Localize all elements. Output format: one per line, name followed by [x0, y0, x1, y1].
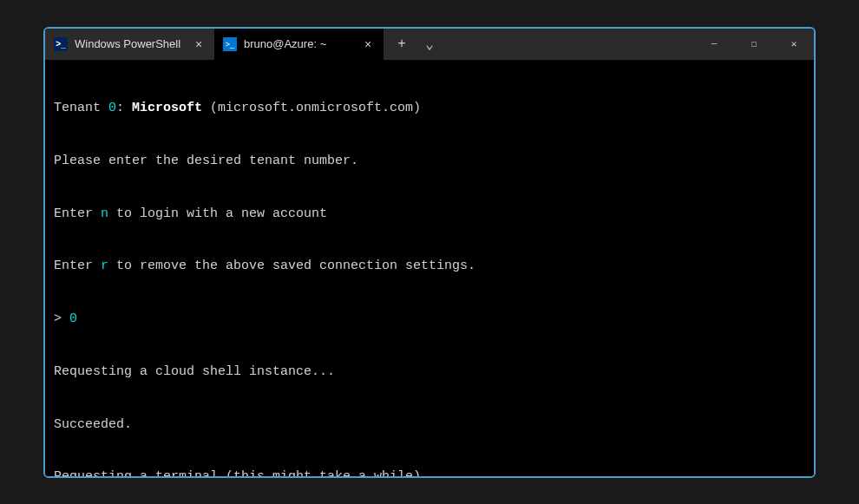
titlebar: >_ Windows PowerShell × >_ bruno@Azure: … — [45, 29, 814, 60]
tab-azure-shell[interactable]: >_ bruno@Azure: ~ × — [214, 29, 384, 60]
close-button[interactable]: ✕ — [774, 29, 814, 60]
tab-dropdown-button[interactable]: ⌄ — [416, 29, 443, 60]
azure-shell-icon: >_ — [223, 37, 237, 51]
minimize-button[interactable]: ─ — [694, 29, 734, 60]
output-line: > 0 — [54, 311, 805, 328]
output-line: Succeeded. — [54, 416, 805, 434]
close-icon[interactable]: × — [192, 37, 206, 51]
output-line: Requesting a cloud shell instance... — [54, 363, 805, 381]
tab-title: Windows PowerShell — [75, 37, 185, 50]
powershell-icon: >_ — [54, 37, 68, 51]
new-tab-button[interactable]: + — [389, 29, 415, 60]
output-line: Please enter the desired tenant number. — [54, 153, 805, 170]
output-line: Tenant 0: Microsoft (microsoft.onmicroso… — [54, 100, 805, 117]
terminal-window: >_ Windows PowerShell × >_ bruno@Azure: … — [43, 27, 816, 478]
output-line: Enter r to remove the above saved connec… — [54, 258, 805, 275]
output-line: Enter n to login with a new account — [54, 206, 805, 223]
tab-powershell[interactable]: >_ Windows PowerShell × — [45, 29, 214, 60]
close-icon[interactable]: × — [361, 37, 375, 51]
maximize-button[interactable]: ☐ — [734, 29, 774, 60]
output-line: Requesting a terminal (this might take a… — [54, 468, 805, 475]
tab-actions: + ⌄ — [384, 29, 448, 60]
tab-strip: >_ Windows PowerShell × >_ bruno@Azure: … — [45, 29, 694, 60]
tab-title: bruno@Azure: ~ — [244, 37, 354, 50]
window-controls: ─ ☐ ✕ — [694, 29, 814, 60]
terminal-output[interactable]: Tenant 0: Microsoft (microsoft.onmicroso… — [45, 60, 814, 476]
